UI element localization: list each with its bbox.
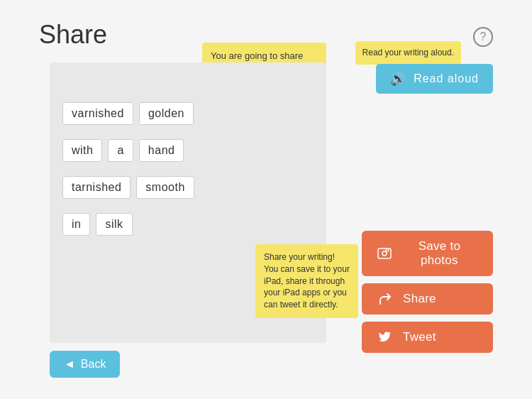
back-button[interactable]: ◄ Back	[50, 351, 120, 378]
back-label: Back	[81, 358, 106, 371]
share-icon	[377, 292, 393, 306]
read-aloud-label: Read aloud	[414, 72, 479, 85]
callout-share-prompt: Share your writing! You can save it to y…	[255, 244, 358, 318]
sound-icon: 🔊	[390, 71, 406, 87]
word-row-4: in silk	[50, 210, 326, 239]
svg-point-1	[382, 251, 387, 256]
word-chip-with: with	[62, 139, 102, 162]
action-buttons-container: Save to photos Share Tweet	[362, 231, 493, 353]
word-chip-a: a	[108, 139, 133, 162]
read-aloud-button[interactable]: 🔊 Read aloud	[376, 64, 493, 94]
tweet-icon	[377, 330, 393, 344]
word-row-3: tarnished smooth	[50, 173, 326, 202]
save-icon	[377, 246, 392, 261]
share-label: Share	[403, 292, 436, 306]
callout-read-aloud: Read your writing aloud.	[355, 41, 461, 65]
word-chip-hand: hand	[139, 139, 184, 162]
page-title: Share	[39, 20, 107, 50]
tweet-button[interactable]: Tweet	[362, 322, 493, 353]
share-button[interactable]: Share	[362, 283, 493, 315]
word-chip-varnished: varnished	[62, 102, 133, 125]
save-to-photos-button[interactable]: Save to photos	[362, 231, 493, 276]
svg-rect-2	[386, 249, 389, 251]
help-icon[interactable]: ?	[473, 27, 493, 47]
word-row-2: with a hand	[50, 136, 326, 165]
save-to-photos-label: Save to photos	[401, 239, 477, 268]
word-chip-smooth: smooth	[136, 176, 194, 199]
back-icon: ◄	[64, 358, 75, 371]
word-chip-tarnished: tarnished	[62, 176, 131, 199]
word-chip-silk: silk	[96, 213, 132, 236]
word-chip-golden: golden	[139, 102, 194, 125]
tweet-label: Tweet	[403, 330, 436, 344]
word-row-1: varnished golden	[50, 99, 326, 128]
word-chip-in: in	[62, 213, 90, 236]
